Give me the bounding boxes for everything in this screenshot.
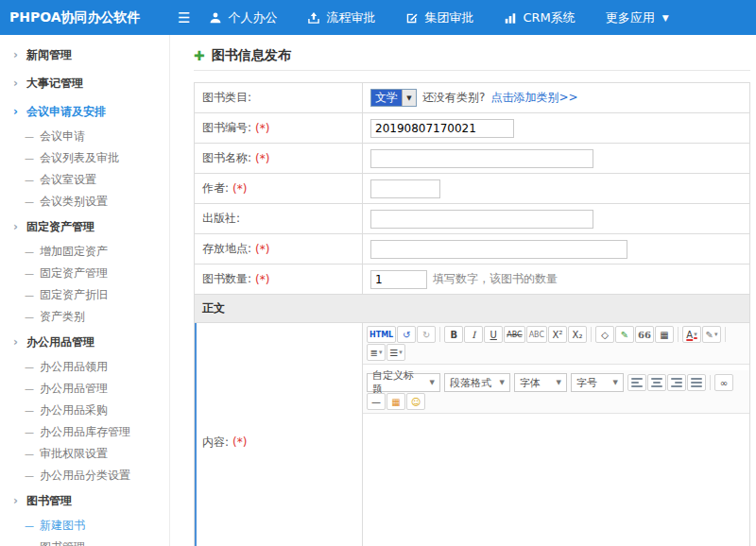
sidebar-group[interactable]: ›办公用品管理	[0, 328, 169, 356]
align-left-button[interactable]	[627, 374, 646, 391]
insert-emoticon-button[interactable]: ☺	[406, 393, 425, 410]
sidebar-item[interactable]: —新建图书	[0, 515, 169, 537]
field-value: 填写数字，该图书的数量	[363, 264, 749, 294]
remove-format-button[interactable]: ◇	[595, 326, 614, 343]
font-color-button[interactable]: A	[682, 326, 701, 343]
nav-crm-system[interactable]: CRM系统	[504, 9, 575, 26]
field-label-text: 内容:	[202, 435, 229, 451]
blockquote-button[interactable]: 66	[635, 326, 654, 343]
align-right-button[interactable]	[667, 374, 686, 391]
sidebar-item[interactable]: —会议类别设置	[0, 191, 169, 213]
chevron-right-icon: ›	[13, 77, 18, 90]
sidebar-item[interactable]: —会议室设置	[0, 169, 169, 191]
quantity-hint: 填写数字，该图书的数量	[433, 271, 558, 287]
sidebar-item[interactable]: —审批权限设置	[0, 443, 169, 465]
workflow-icon	[307, 11, 320, 25]
superscript-button[interactable]: X²	[548, 326, 567, 343]
required-mark: (*)	[255, 273, 269, 286]
sidebar: ›新闻管理›大事记管理›会议申请及安排—会议申请—会议列表及审批—会议室设置—会…	[0, 35, 170, 546]
chevron-right-icon: ›	[13, 220, 18, 233]
required-mark: (*)	[255, 243, 269, 256]
user-icon	[209, 11, 222, 25]
dash-icon: —	[25, 196, 34, 207]
paragraph-format-select[interactable]: 段落格式▼	[444, 373, 510, 392]
sidebar-item[interactable]: —会议列表及审批	[0, 147, 169, 169]
insert-table-button[interactable]: ▦	[655, 326, 674, 343]
sidebar-item[interactable]: —办公用品采购	[0, 400, 169, 421]
horizontal-rule-button[interactable]: —	[367, 393, 386, 410]
category-selected-value: 文学	[371, 90, 402, 106]
highlight-color-button[interactable]: ✎	[702, 326, 721, 343]
html-source-button[interactable]: HTML	[367, 326, 396, 343]
app-window: PHPOA协同办公软件 ☰ 个人办公 流程审批 集团审批	[0, 0, 756, 546]
dash-icon: —	[25, 520, 34, 531]
insert-image-button[interactable]: ▦	[387, 393, 405, 410]
required-mark: (*)	[232, 182, 247, 196]
sidebar-item-label: 新建图书	[40, 518, 85, 534]
font-family-select[interactable]: 字体▼	[514, 373, 567, 392]
format-brush-button[interactable]: ✎	[615, 326, 634, 343]
strikethrough-button[interactable]: ABC	[504, 326, 524, 343]
unordered-list-button[interactable]: ☰	[387, 344, 405, 361]
sidebar-item[interactable]: —增加固定资产	[0, 241, 169, 263]
dash-icon: —	[25, 405, 34, 416]
sidebar-item[interactable]: —办公用品管理	[0, 378, 169, 400]
sidebar-group[interactable]: ›大事记管理	[0, 69, 169, 97]
toolbar-separator	[678, 327, 679, 342]
redo-button[interactable]: ↻	[417, 326, 436, 343]
location-input[interactable]	[370, 240, 627, 259]
sidebar-group[interactable]: ›图书管理	[0, 486, 169, 515]
editor-content-area[interactable]	[363, 419, 749, 546]
sidebar-item[interactable]: —办公用品领用	[0, 356, 169, 378]
sidebar-group[interactable]: ›固定资产管理	[0, 213, 169, 241]
sidebar-item[interactable]: —资产类别	[0, 306, 169, 328]
sidebar-item-label: 办公用品库存管理	[40, 424, 130, 440]
insert-link-button[interactable]: ∞	[714, 374, 733, 391]
author-input[interactable]	[370, 179, 440, 198]
ordered-list-button[interactable]: ≣	[367, 344, 386, 361]
hamburger-menu-icon[interactable]: ☰	[178, 9, 190, 26]
undo-button[interactable]: ↺	[397, 326, 416, 343]
category-select[interactable]: 文学 ▼	[370, 89, 417, 107]
underline-button[interactable]: U	[484, 326, 503, 343]
nav-group-approval[interactable]: 集团审批	[405, 9, 473, 26]
spellcheck-button[interactable]: ABC	[526, 326, 547, 343]
nav-label: 更多应用	[606, 9, 655, 26]
sidebar-item-label: 会议申请及安排	[26, 104, 106, 120]
nav-process-approval[interactable]: 流程审批	[307, 9, 375, 26]
italic-button[interactable]: I	[464, 326, 483, 343]
nav-more-apps[interactable]: 更多应用 ▼	[606, 9, 669, 26]
sidebar-item[interactable]: —固定资产折旧	[0, 284, 169, 306]
app-logo: PHPOA协同办公软件	[0, 9, 170, 26]
form-row-content: 内容: (*) HTML↺↻BIUABCABCX²X₂◇✎66▦A✎≣☰ 自定义…	[195, 323, 749, 546]
custom-title-select[interactable]: 自定义标题▼	[367, 373, 440, 392]
book-number-input[interactable]	[370, 119, 514, 138]
nav-personal-office[interactable]: 个人办公	[209, 9, 277, 26]
required-mark: (*)	[255, 152, 269, 165]
book-form: 图书类目: 文学 ▼ 还没有类别? 点击添加类别>>	[194, 82, 750, 546]
section-header: 正文	[195, 295, 749, 323]
quantity-input[interactable]	[370, 270, 427, 289]
align-center-button[interactable]	[647, 374, 666, 391]
sidebar-item[interactable]: —固定资产管理	[0, 263, 169, 284]
sidebar-item[interactable]: —会议申请	[0, 126, 169, 147]
publisher-input[interactable]	[370, 210, 593, 229]
subscript-button[interactable]: X₂	[568, 326, 587, 343]
dash-icon: —	[25, 449, 34, 459]
sidebar-group[interactable]: ›新闻管理	[0, 41, 169, 69]
dash-icon: —	[25, 470, 34, 481]
sidebar-item-label: 固定资产折旧	[40, 287, 108, 303]
sidebar-item[interactable]: —图书管理	[0, 537, 169, 546]
sidebar-group[interactable]: ›会议申请及安排	[0, 97, 169, 126]
bold-button[interactable]: B	[444, 326, 463, 343]
main-content: ✚ 图书信息发布 图书类目: 文学 ▼ 还没有类别?	[170, 35, 756, 546]
sidebar-item[interactable]: —办公用品分类设置	[0, 465, 169, 486]
field-label-text: 图书数量:	[202, 271, 251, 287]
sidebar-item-label: 会议类别设置	[40, 194, 108, 210]
sidebar-item[interactable]: —办公用品库存管理	[0, 421, 169, 443]
add-category-link[interactable]: 点击添加类别>>	[490, 90, 577, 106]
book-name-input[interactable]	[370, 149, 593, 168]
align-justify-button[interactable]	[687, 374, 706, 391]
form-row-category: 图书类目: 文学 ▼ 还没有类别? 点击添加类别>>	[195, 83, 749, 113]
font-size-select[interactable]: 字号▼	[571, 373, 624, 392]
